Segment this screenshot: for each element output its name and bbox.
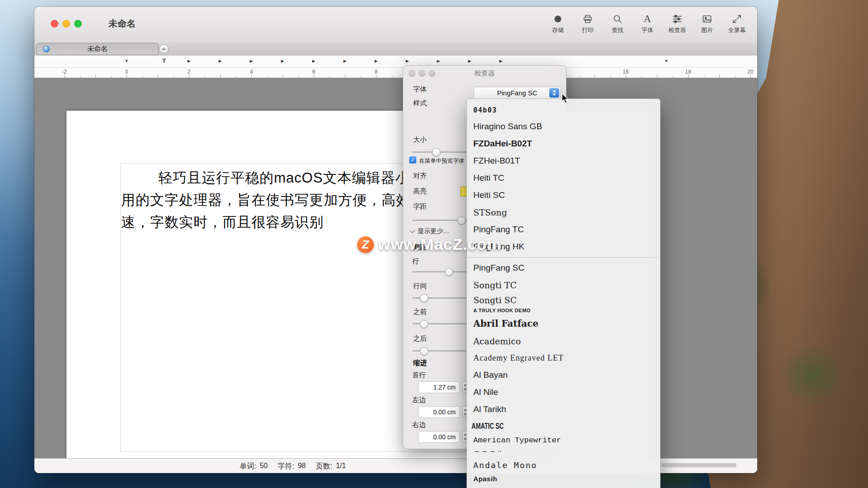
tab-stop-marker[interactable]: ▶ [500, 59, 503, 63]
toolbar-inspector-button[interactable]: 检查器 [667, 13, 688, 34]
font-menu-item[interactable]: AMATIC SC [467, 418, 606, 435]
toolbar-image-button[interactable]: 图片 [697, 13, 717, 34]
ruler-number: 0 [125, 69, 128, 75]
font-menu-item[interactable]: 04b03 [467, 103, 660, 118]
tab-type-marker[interactable]: T [162, 58, 165, 64]
tab-stop-marker[interactable]: ▶ [250, 59, 253, 63]
zoom-button[interactable] [74, 20, 82, 28]
show-less-button[interactable]: 显示更少… [418, 227, 449, 235]
font-menu-item[interactable]: FZDaHei-B02T [467, 135, 660, 152]
menu-divider [467, 257, 660, 258]
document-stats: 单词:50 字符:98 页数:1/1 [240, 462, 352, 471]
font-menu-item[interactable]: Al Nile [467, 384, 660, 401]
font-menu-item[interactable]: Andale Mono [467, 457, 660, 474]
chevron-updown-icon[interactable] [549, 88, 559, 98]
ruler-tick [314, 75, 314, 78]
font-menu-item[interactable]: A TRULY HOOK DEMO [467, 306, 660, 314]
after-slider-knob[interactable] [420, 347, 428, 355]
image-icon [702, 13, 712, 25]
font-menu-item[interactable]: Academy Engraved LET [467, 350, 660, 366]
font-menu-item[interactable]: Al Tarikh [467, 401, 660, 418]
font-menu-item[interactable]: Heiti SC [467, 187, 660, 204]
preview-fonts-checkbox[interactable]: ✓ [409, 156, 416, 164]
words-value: 50 [259, 462, 268, 471]
ruler-tick [64, 75, 65, 78]
size-slider-knob[interactable] [432, 148, 440, 156]
font-menu-item[interactable]: Songti TC [467, 277, 660, 294]
first-line-indent-field[interactable]: 1.27 cm [418, 381, 460, 393]
vegetation [778, 343, 850, 407]
toolbar-label: 全屏幕 [728, 26, 746, 34]
tab-stop-marker[interactable]: ▶ [312, 59, 316, 63]
add-tab-button[interactable]: + [159, 44, 169, 54]
toolbar-find-button[interactable]: 查找 [607, 13, 628, 34]
toolbar-fullscreen-button[interactable]: 全屏幕 [726, 13, 747, 34]
line-slider-knob[interactable] [445, 268, 453, 276]
line-label: 行 [412, 257, 419, 266]
ruler-tick [626, 75, 626, 78]
print-icon [582, 13, 593, 25]
toolbar-label: 查找 [612, 26, 623, 34]
document-line[interactable]: 用的文字处理器，旨在使书写更加方便，高效和 [121, 189, 425, 211]
right-indent-marker[interactable]: ▼ [664, 59, 668, 63]
horizontal-scrollbar-thumb[interactable] [661, 463, 736, 467]
toolbar-print-button[interactable]: 打印 [577, 13, 598, 34]
font-menu-item[interactable]: American Typewriter [467, 435, 660, 446]
font-menu-item[interactable]: Abril Fatface [467, 314, 660, 333]
tab-stop-marker[interactable]: ▶ [406, 59, 409, 63]
tab-stop-marker[interactable]: ▶ [188, 59, 191, 63]
align-label: 对齐 [413, 172, 427, 180]
font-menu-item[interactable]: Al Bayan [467, 366, 660, 384]
tab-document-icon [43, 46, 50, 52]
font-menu-item[interactable]: Apasih [467, 474, 660, 484]
font-menu-item[interactable]: PingFang SC [467, 259, 660, 277]
mouse-cursor [561, 93, 571, 105]
font-menu-item[interactable]: STSong [467, 204, 660, 221]
fullscreen-icon [731, 13, 742, 25]
toolbar-save-button[interactable]: 存储 [547, 13, 568, 34]
tab-stop-marker[interactable]: ▶ [219, 59, 222, 63]
chevron-down-icon [410, 228, 415, 233]
font-menu-item[interactable]: FZHei-B01T [467, 152, 660, 169]
font-menu-item[interactable]: Apple Braille [467, 484, 660, 488]
toolbar-label: 存储 [552, 26, 564, 34]
indent-section-label: 缩进 [413, 359, 427, 367]
ruler-tick [283, 75, 283, 78]
ruler[interactable]: ▼▼T▶▶▶▶▶▶▶▶▶▶▶ -202468101214161820 [34, 56, 757, 78]
titlebar: 未命名 存储打印查找A字体检查器图片全屏幕 [34, 7, 757, 42]
document-text[interactable]: 轻巧且运行平稳的macOS文本编辑器小编用的文字处理器，旨在使书写更加方便，高效… [121, 167, 425, 233]
ruler-tick [594, 75, 595, 78]
chars-value: 98 [298, 462, 306, 471]
tracking-slider-knob[interactable] [458, 216, 466, 225]
font-menu-item[interactable]: Hiragino Sans GB [467, 118, 660, 135]
tab-bar: 未命名 + [34, 42, 757, 56]
ruler-tick [127, 75, 127, 78]
font-menu-item[interactable]: Academico [467, 333, 660, 350]
document-line[interactable]: 轻巧且运行平稳的macOS文本编辑器小编 [121, 167, 425, 189]
left-indent-marker[interactable]: ▼ [125, 59, 129, 63]
ruler-tick [189, 75, 189, 78]
left-indent-field[interactable]: 0.00 cm [418, 406, 460, 418]
font-icon: A [644, 13, 651, 25]
font-menu-item[interactable]: ~ ~ ~ ·· [467, 446, 660, 457]
tab-stop-marker[interactable]: ▶ [344, 59, 347, 63]
ruler-number: 8 [375, 69, 378, 75]
tab-stop-marker[interactable]: ▶ [375, 59, 378, 63]
find-icon [612, 13, 623, 25]
toolbar-font-button[interactable]: A字体 [637, 13, 658, 34]
tab-stop-marker[interactable]: ▶ [437, 59, 440, 63]
before-slider-knob[interactable] [420, 320, 428, 328]
close-button[interactable] [51, 20, 58, 28]
ruler-number: 20 [747, 69, 753, 75]
font-family-popup[interactable]: PingFang SC [474, 87, 561, 100]
font-menu-item[interactable]: Heiti TC [467, 169, 660, 187]
tracking-label: 字距 [413, 202, 427, 211]
document-line[interactable]: 速，字数实时，而且很容易识别 [121, 211, 425, 233]
tab-stop-marker[interactable]: ▶ [281, 59, 284, 63]
tab-stop-marker[interactable]: ▶ [468, 59, 472, 63]
line-gap-slider-knob[interactable] [420, 294, 428, 302]
right-indent-field[interactable]: 0.00 cm [418, 431, 460, 443]
font-menu-item[interactable]: Songti SC [467, 294, 660, 306]
minimize-button[interactable] [62, 20, 70, 28]
tab-untitled[interactable]: 未命名 [36, 43, 159, 55]
